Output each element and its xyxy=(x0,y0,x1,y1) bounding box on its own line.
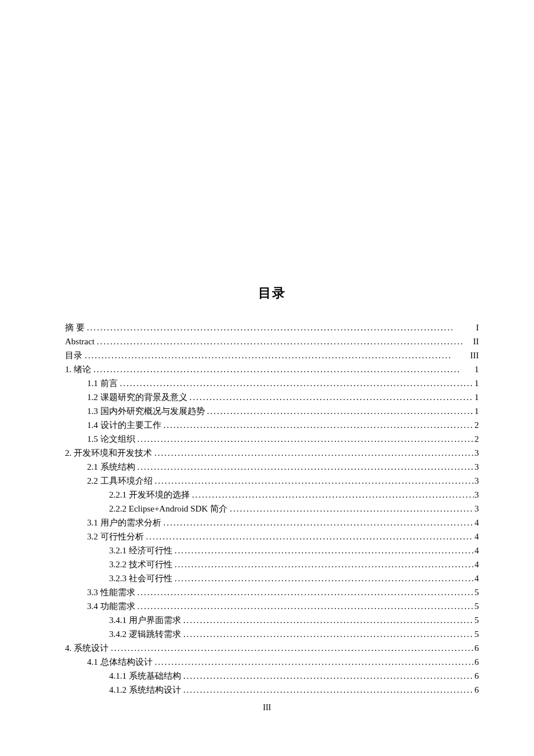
toc-leader-dots xyxy=(228,502,474,516)
toc-entry-page: 4 xyxy=(474,516,479,530)
toc-entry-page: 4 xyxy=(474,557,479,571)
toc-entry: 3.4.1 用户界面需求5 xyxy=(65,613,479,627)
toc-entry-label: 3.2.2 技术可行性 xyxy=(109,557,172,571)
toc-entry: 摘 要I xyxy=(65,321,479,334)
toc-entry-label: 4. 系统设计 xyxy=(65,641,109,655)
toc-entry: 1.3 国内外研究概况与发展趋势1 xyxy=(65,404,479,418)
toc-leader-dots xyxy=(205,404,474,418)
toc-entry-label: 2.2.1 开发环境的选择 xyxy=(109,488,190,502)
toc-entry-page: 4 xyxy=(474,571,479,585)
toc-leader-dots xyxy=(135,599,474,613)
toc-leader-dots xyxy=(153,655,474,669)
toc-entry-page: I xyxy=(475,321,479,334)
toc-leader-dots xyxy=(172,543,474,557)
toc-entry-page: 3 xyxy=(474,460,479,474)
toc-entry: 4.1.1 系统基础结构6 xyxy=(65,669,479,683)
toc-entry: 3.3 性能需求5 xyxy=(65,585,479,599)
toc-leader-dots xyxy=(172,557,474,571)
toc-entry: 3.2.1 经济可行性4 xyxy=(65,543,479,557)
toc-entry-page: 6 xyxy=(474,669,479,683)
toc-entry-label: 4.1.1 系统基础结构 xyxy=(109,669,181,683)
toc-entry-page: 2 xyxy=(474,418,479,432)
toc-entry-label: 3.4 功能需求 xyxy=(87,599,135,613)
toc-entry: 目录III xyxy=(65,348,479,362)
toc-leader-dots xyxy=(172,571,474,585)
toc-entry-page: III xyxy=(469,348,479,362)
toc-entry-label: Abstract xyxy=(65,334,95,348)
toc-entry-page: 4 xyxy=(474,543,479,557)
toc-leader-dots xyxy=(135,585,474,599)
toc-leader-dots xyxy=(181,613,474,627)
toc-entry-page: 6 xyxy=(474,655,479,669)
toc-entry-page: 6 xyxy=(474,683,479,697)
toc-entry-label: 1.2 课题研究的背景及意义 xyxy=(87,390,187,404)
toc-entry-label: 3.2.3 社会可行性 xyxy=(109,571,172,585)
toc-entry-page: 1 xyxy=(474,390,479,404)
toc-leader-dots xyxy=(118,376,474,390)
toc-entry-label: 4.1.2 系统结构设计 xyxy=(109,683,181,697)
toc-entry: 1.2 课题研究的背景及意义1 xyxy=(65,390,479,404)
toc-leader-dots xyxy=(161,516,474,530)
toc-entry: 2.2 工具环境介绍3 xyxy=(65,474,479,488)
toc-title: 目录 xyxy=(65,285,479,302)
toc-entry-page: 6 xyxy=(474,641,479,655)
toc-entry-label: 3.3 性能需求 xyxy=(87,585,135,599)
toc-leader-dots xyxy=(95,334,472,348)
toc-entry-label: 1.5 论文组织 xyxy=(87,432,135,446)
toc-entry: 1.1 前言1 xyxy=(65,376,479,390)
toc-leader-dots xyxy=(153,474,474,488)
toc-leader-dots xyxy=(91,362,474,376)
toc-entry-page: 1 xyxy=(474,376,479,390)
document-page: 目录 摘 要IAbstractII目录III1. 绪论11.1 前言11.2 课… xyxy=(0,0,534,697)
toc-entry: AbstractII xyxy=(65,334,479,348)
toc-leader-dots xyxy=(135,460,474,474)
toc-entry: 4. 系统设计6 xyxy=(65,641,479,655)
toc-leader-dots xyxy=(161,418,474,432)
toc-entry-page: 5 xyxy=(474,627,479,641)
toc-entry-page: 3 xyxy=(474,502,479,516)
toc-entry: 4.1.2 系统结构设计6 xyxy=(65,683,479,697)
toc-entry-page: 5 xyxy=(474,613,479,627)
toc-leader-dots xyxy=(181,669,474,683)
toc-leader-dots xyxy=(152,446,474,460)
toc-entry-label: 3.4.2 逻辑跳转需求 xyxy=(109,627,181,641)
toc-entry: 3.2.2 技术可行性4 xyxy=(65,557,479,571)
toc-entry-page: II xyxy=(472,334,479,348)
toc-entry: 1.5 论文组织2 xyxy=(65,432,479,446)
toc-entry: 1. 绪论1 xyxy=(65,362,479,376)
toc-entry-label: 2.2.2 Eclipse+Android SDK 简介 xyxy=(109,502,228,516)
toc-entry-label: 3.1 用户的需求分析 xyxy=(87,516,161,530)
toc-entry-label: 3.4.1 用户界面需求 xyxy=(109,613,181,627)
toc-entry-page: 5 xyxy=(474,585,479,599)
toc-leader-dots xyxy=(187,390,474,404)
toc-entry: 3.1 用户的需求分析4 xyxy=(65,516,479,530)
page-number: III xyxy=(0,703,534,712)
toc-leader-dots xyxy=(135,432,474,446)
toc-entry: 2.2.2 Eclipse+Android SDK 简介3 xyxy=(65,502,479,516)
toc-entry-page: 1 xyxy=(474,362,479,376)
toc-leader-dots xyxy=(181,683,474,697)
toc-entry-label: 1.1 前言 xyxy=(87,376,118,390)
toc-entry-label: 4.1 总体结构设计 xyxy=(87,655,153,669)
toc-leader-dots xyxy=(82,348,469,362)
toc-entry-page: 4 xyxy=(474,530,479,543)
table-of-contents: 摘 要IAbstractII目录III1. 绪论11.1 前言11.2 课题研究… xyxy=(65,321,479,697)
toc-entry: 3.2.3 社会可行性4 xyxy=(65,571,479,585)
toc-entry-label: 2.2 工具环境介绍 xyxy=(87,474,153,488)
toc-entry-page: 3 xyxy=(474,474,479,488)
toc-entry: 3.2 可行性分析4 xyxy=(65,530,479,543)
toc-entry: 2. 开发环境和开发技术3 xyxy=(65,446,479,460)
toc-entry: 2.1 系统结构3 xyxy=(65,460,479,474)
toc-leader-dots xyxy=(109,641,474,655)
toc-entry-label: 3.2.1 经济可行性 xyxy=(109,543,172,557)
toc-entry-page: 3 xyxy=(474,488,479,502)
toc-entry-label: 1.4 设计的主要工作 xyxy=(87,418,161,432)
toc-entry-label: 3.2 可行性分析 xyxy=(87,530,144,543)
toc-entry-label: 目录 xyxy=(65,348,82,362)
toc-leader-dots xyxy=(144,530,474,543)
toc-entry-label: 1. 绪论 xyxy=(65,362,91,376)
toc-entry-page: 1 xyxy=(474,404,479,418)
toc-entry-label: 1.3 国内外研究概况与发展趋势 xyxy=(87,404,205,418)
toc-entry: 4.1 总体结构设计6 xyxy=(65,655,479,669)
toc-leader-dots xyxy=(190,488,474,502)
